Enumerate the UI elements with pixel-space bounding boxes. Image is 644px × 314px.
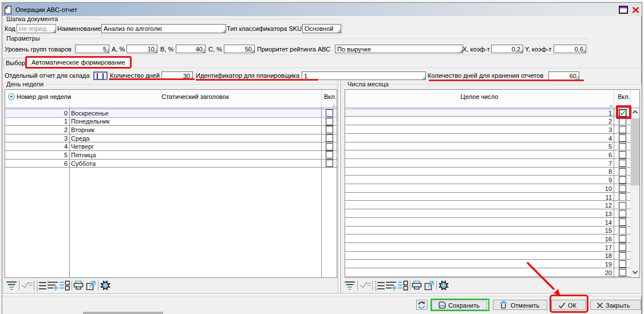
svg-text:3: 3 (374, 288, 377, 291)
svg-text:3: 3 (36, 288, 38, 291)
